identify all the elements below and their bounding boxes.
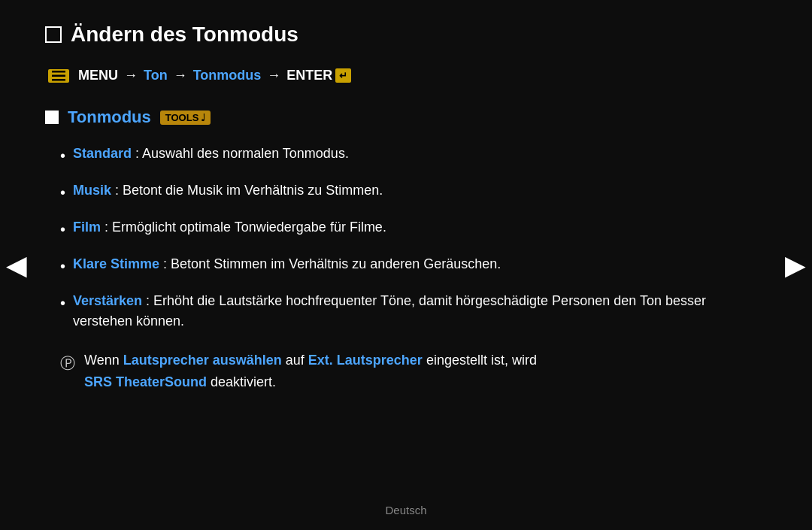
breadcrumb-arrow-2: → [174, 68, 187, 83]
list-item: • Standard : Auswahl des normalen Tonmod… [60, 144, 752, 167]
list-item: • Verstärken : Erhöht die Lautstärke hoc… [60, 291, 752, 332]
menu-icon [48, 69, 69, 83]
breadcrumb: MENU → Ton → Tonmodus → ENTER ↵ [45, 68, 752, 83]
term-musik: Musik [73, 183, 111, 198]
filled-square-icon [45, 111, 59, 124]
menu-label: MENU [78, 68, 118, 83]
breadcrumb-tonmodus: Tonmodus [193, 68, 262, 83]
def-standard: : Auswahl des normalen Tonmodus. [135, 146, 349, 161]
note-link-ext: Ext. Lautsprecher [308, 353, 423, 368]
item-text: Klare Stimme : Betont Stimmen im Verhält… [73, 254, 501, 274]
note-row: Ⓟ Wenn Lautsprecher auswählen auf Ext. L… [45, 350, 752, 393]
bullet-list: • Standard : Auswahl des normalen Tonmod… [45, 144, 752, 332]
footer-language: Deutsch [385, 504, 426, 516]
breadcrumb-ton: Ton [144, 68, 168, 83]
term-standard: Standard [73, 146, 132, 161]
bullet-dot: • [60, 181, 65, 204]
list-item: • Film : Ermöglicht optimale Tonwiederga… [60, 217, 752, 241]
page-title-row: Ändern des Tonmodus [45, 23, 752, 47]
breadcrumb-enter: ENTER ↵ [286, 68, 351, 83]
enter-label: ENTER [286, 68, 332, 83]
svg-rect-0 [52, 71, 65, 73]
item-text: Verstärken : Erhöht die Lautstärke hochf… [73, 291, 752, 332]
tools-label: TOOLS [165, 112, 199, 123]
note-text-end: deaktiviert. [211, 374, 276, 389]
note-text-after: eingestellt ist, wird [426, 353, 537, 368]
term-film: Film [73, 220, 101, 235]
breadcrumb-arrow-1: → [124, 68, 138, 83]
note-text: Wenn Lautsprecher auswählen auf Ext. Lau… [84, 350, 752, 393]
section-title: Tonmodus [68, 108, 151, 127]
note-link-srs: SRS TheaterSound [84, 374, 207, 389]
bullet-dot: • [60, 218, 65, 241]
page-title: Ändern des Tonmodus [71, 23, 298, 47]
item-text: Standard : Auswahl des normalen Tonmodus… [73, 144, 349, 164]
nav-right-arrow[interactable]: ▶ [785, 250, 806, 281]
section-header: Tonmodus TOOLS ♩ [45, 108, 752, 127]
breadcrumb-arrow-3: → [267, 68, 280, 83]
bullet-dot: • [60, 292, 65, 314]
note-icon: Ⓟ [60, 351, 75, 375]
tools-music-icon: ♩ [201, 112, 205, 123]
bullet-dot: • [60, 255, 65, 277]
item-text: Musik : Betont die Musik im Verhältnis z… [73, 180, 383, 201]
nav-left-arrow[interactable]: ◀ [6, 250, 27, 281]
bullet-dot: • [60, 144, 65, 167]
note-text-middle: auf [286, 353, 308, 368]
def-klare-stimme: : Betont Stimmen im Verhältnis zu andere… [163, 256, 501, 271]
def-verstarken: : Erhöht die Lautstärke hochfrequenter T… [73, 293, 706, 329]
note-text-before: Wenn [84, 353, 123, 368]
checkbox-icon [45, 26, 62, 43]
term-verstarken: Verstärken [73, 293, 142, 308]
item-text: Film : Ermöglicht optimale Tonwiedergabe… [73, 217, 386, 238]
enter-icon: ↵ [335, 68, 351, 83]
term-klare-stimme: Klare Stimme [73, 256, 159, 271]
note-link-lautsprecher: Lautsprecher auswählen [123, 353, 282, 368]
svg-rect-2 [52, 79, 65, 81]
tools-badge: TOOLS ♩ [160, 111, 211, 125]
svg-rect-1 [52, 74, 65, 77]
list-item: • Klare Stimme : Betont Stimmen im Verhä… [60, 254, 752, 277]
def-film: : Ermöglicht optimale Tonwiedergabe für … [105, 220, 386, 235]
list-item: • Musik : Betont die Musik im Verhältnis… [60, 180, 752, 204]
def-musik: : Betont die Musik im Verhältnis zu Stim… [115, 183, 383, 198]
